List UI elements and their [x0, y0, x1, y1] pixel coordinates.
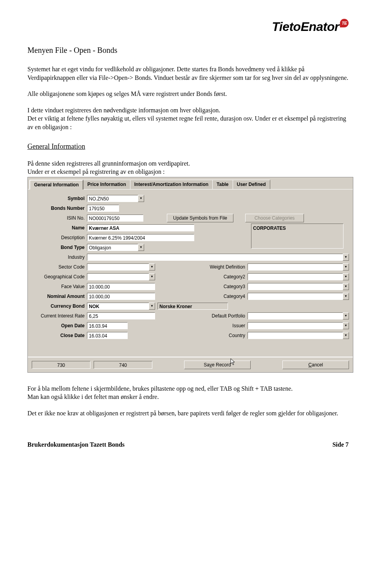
label-nominal: Nominal Amount: [32, 294, 87, 299]
label-close-date: Close Date: [32, 333, 87, 338]
label-issuer: Issuer: [128, 323, 248, 328]
chevron-down-icon[interactable]: ▼: [149, 273, 155, 280]
sector-combo[interactable]: ▼: [87, 263, 155, 271]
chevron-down-icon[interactable]: ▼: [149, 303, 155, 310]
weight-input[interactable]: [248, 263, 343, 271]
footer-right: Side 7: [333, 441, 349, 448]
brand-logo: TietoEnator TE: [27, 20, 349, 34]
label-default-portfolio: Default Portfolio: [155, 313, 248, 319]
tab-user[interactable]: User Defined: [233, 180, 270, 189]
intro-para-3: I dette vinduet registreres den nødvendi…: [27, 106, 349, 115]
label-country: Country: [128, 333, 248, 338]
chevron-down-icon[interactable]: ▼: [138, 244, 144, 251]
sector-input[interactable]: [87, 263, 149, 271]
label-name: Name: [32, 225, 87, 231]
update-symbols-button[interactable]: Update Symbols from File: [167, 214, 233, 222]
cat3-combo[interactable]: ▼: [248, 283, 349, 290]
chevron-down-icon[interactable]: ▼: [343, 283, 349, 290]
currency-combo[interactable]: NOK ▼: [87, 303, 155, 310]
close-date-input[interactable]: 16.03.04: [87, 332, 128, 339]
intro-para-4: Det er viktig at feltene fylles nøyaktig…: [27, 114, 349, 131]
currency-name-display: Norske Kroner: [157, 303, 228, 310]
form-area: Symbol NO.ZN50 ▼ Bonds Number 179150 ISI…: [28, 189, 353, 357]
nominal-input[interactable]: 10.000,00: [87, 293, 155, 300]
label-open-date: Open Date: [32, 323, 87, 328]
country-combo[interactable]: ▼: [248, 332, 349, 339]
bond-type-combo[interactable]: Obligasjon ▼: [87, 244, 144, 251]
label-cat2: Category2: [155, 274, 248, 280]
chevron-down-icon[interactable]: ▼: [343, 273, 349, 280]
tab-general[interactable]: General Information: [29, 180, 83, 189]
label-description: Description: [32, 235, 87, 240]
portfolio-combo[interactable]: ▼: [248, 312, 349, 319]
intro-para-1: Systemet har et eget vindu for vedlikeho…: [27, 65, 349, 82]
label-industry: Industry: [32, 254, 87, 260]
description-input[interactable]: Kværner 6.25% 1994/2004: [87, 234, 194, 241]
currency-input[interactable]: NOK: [87, 303, 149, 310]
tab-strip: General Information Price Information In…: [28, 177, 353, 189]
chevron-down-icon[interactable]: ▼: [343, 254, 349, 261]
brand-badge: TE: [340, 19, 349, 27]
intro-para-2: Alle obligasjonene som kjøpes og selges …: [27, 90, 349, 98]
issuer-input[interactable]: [248, 322, 343, 329]
cat3-input[interactable]: [248, 283, 343, 290]
label-isin: ISIN No.: [32, 215, 87, 221]
cat4-input[interactable]: [248, 293, 343, 300]
cat2-input[interactable]: [248, 273, 343, 280]
status-right: 740: [94, 361, 152, 369]
label-weight-def: Weight Definition: [155, 264, 248, 270]
bottom-bar: 730 740 Save Record Cancel: [28, 357, 353, 372]
label-currency: Currency Bond: [32, 303, 87, 309]
symbol-input[interactable]: NO.ZN50: [87, 195, 138, 202]
chevron-down-icon[interactable]: ▼: [343, 293, 349, 300]
issuer-combo[interactable]: ▼: [248, 322, 349, 329]
intro-para-6: Under er et eksempel på registrering av …: [27, 168, 349, 176]
choose-categories-button[interactable]: Choose Categories: [245, 214, 304, 222]
category-display: CORPORATES: [251, 224, 343, 249]
label-geo: Geographical Code: [32, 274, 87, 280]
label-sector-code: Sector Code: [32, 264, 87, 270]
open-date-input[interactable]: 16.03.94: [87, 322, 128, 329]
isin-input[interactable]: NO000179150: [87, 215, 143, 222]
chevron-down-icon[interactable]: ▼: [343, 312, 349, 319]
geo-combo[interactable]: ▼: [87, 273, 155, 280]
label-cat3: Category3: [155, 284, 248, 289]
save-record-button[interactable]: Save Record: [184, 361, 251, 369]
chevron-down-icon[interactable]: ▼: [343, 332, 349, 339]
outro-para-1: For å bla mellom feltene i skjermbildene…: [27, 384, 349, 393]
tab-table[interactable]: Table: [212, 180, 233, 189]
interest-input[interactable]: 6,25: [87, 312, 155, 319]
bond-type-input[interactable]: Obligasjon: [87, 244, 138, 251]
label-symbol: Symbol: [32, 196, 87, 201]
intro-para-5: På denne siden registreres all grunninfo…: [27, 159, 349, 168]
label-bonds-number: Bonds Number: [32, 206, 87, 211]
tab-interest[interactable]: Interest/Amortization Information: [130, 180, 213, 189]
section-subhead: General Information: [27, 142, 349, 151]
chevron-down-icon[interactable]: ▼: [343, 263, 349, 271]
footer-left: Brukerdokumentasjon Tazett Bonds: [27, 441, 125, 448]
industry-input[interactable]: [87, 254, 343, 261]
chevron-down-icon[interactable]: ▼: [138, 195, 144, 202]
chevron-down-icon[interactable]: ▼: [343, 322, 349, 329]
country-input[interactable]: [248, 332, 343, 339]
cancel-button[interactable]: Cancel: [282, 361, 349, 369]
bonds-number-input[interactable]: 179150: [87, 205, 119, 212]
label-bond-type: Bond Type: [32, 245, 87, 250]
page-title: Menyen File - Open - Bonds: [27, 46, 349, 55]
cat2-combo[interactable]: ▼: [248, 273, 349, 280]
bonds-window: General Information Price Information In…: [27, 177, 353, 373]
portfolio-input[interactable]: [248, 312, 343, 319]
chevron-down-icon[interactable]: ▼: [149, 263, 155, 271]
industry-combo[interactable]: ▼: [87, 254, 349, 261]
face-value-input[interactable]: 10.000,00: [87, 283, 155, 290]
label-interest: Current Interest Rate: [32, 313, 87, 319]
name-input[interactable]: Kværner ASA: [87, 224, 194, 231]
outro-para-3: Det er ikke noe krav at obligasjonen er …: [27, 409, 349, 418]
geo-input[interactable]: [87, 273, 149, 280]
symbol-combo[interactable]: NO.ZN50 ▼: [87, 195, 144, 202]
status-left: 730: [32, 361, 90, 369]
brand-name: TietoEnator: [272, 20, 339, 34]
weight-combo[interactable]: ▼: [248, 263, 349, 271]
tab-price[interactable]: Price Information: [83, 180, 130, 189]
cat4-combo[interactable]: ▼: [248, 293, 349, 300]
